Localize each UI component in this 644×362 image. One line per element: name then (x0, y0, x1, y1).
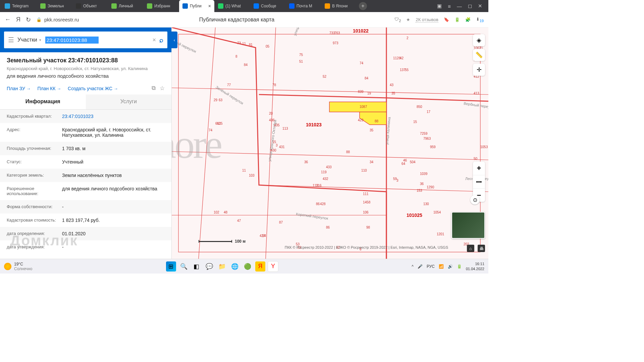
shield-icon[interactable]: 🛡2 (394, 17, 401, 23)
svg-text:101025: 101025 (407, 213, 422, 218)
zoom-in-button[interactable]: + (473, 162, 485, 175)
extensions-icon[interactable]: 🧩 (465, 17, 471, 22)
highlighted-parcel[interactable] (329, 102, 386, 112)
map-area[interactable]: 88 101022 101023 101025 улица Красного О… (172, 27, 488, 259)
maximize-icon[interactable]: ◻ (468, 3, 472, 9)
tab-services[interactable]: Услуги (86, 95, 172, 109)
info-table: Кадастровый квартал:23:47:0101023Адрес:К… (0, 110, 171, 259)
svg-text:413: 413 (474, 92, 479, 95)
clock[interactable]: 16:11 01.04.2022 (466, 261, 484, 271)
tab-personal[interactable]: Личный (108, 0, 143, 12)
locate-button[interactable]: ✛ (473, 64, 485, 76)
lang-indicator[interactable]: РУС (427, 264, 435, 269)
explorer-icon[interactable]: 📁 (217, 261, 227, 272)
page-title: Публичная кадастровая карта (84, 17, 389, 23)
chrome-icon[interactable]: 🟢 (243, 261, 253, 272)
yandex-icon[interactable]: Я (16, 16, 20, 23)
info-label: Категория земель: (7, 173, 62, 178)
info-label: дата определения: (7, 231, 62, 236)
svg-text:116: 116 (316, 184, 322, 187)
svg-text:75: 75 (299, 53, 303, 57)
start-button[interactable]: ⊞ (166, 261, 176, 272)
svg-text:88: 88 (346, 150, 350, 154)
bookmark-icon[interactable]: 🔖 (444, 17, 449, 22)
svg-text:98: 98 (366, 226, 370, 229)
yandex-browser-icon[interactable]: Y (268, 261, 278, 272)
plan-kk-link[interactable]: План КК (37, 86, 61, 91)
svg-text:20: 20 (269, 112, 273, 115)
zoom-reset-button[interactable]: ••• (473, 175, 485, 188)
ruler-button[interactable]: 📏 (473, 49, 485, 61)
info-value: Учтенный (62, 159, 165, 165)
info-value[interactable]: 23:47:0101023 (62, 114, 165, 119)
copy-icon[interactable]: ⧉ (152, 85, 156, 92)
hamburger-icon[interactable]: ☰ (8, 36, 14, 44)
layers-button[interactable]: ◈ (473, 34, 485, 46)
collapse-panel-button[interactable]: ‹ (171, 32, 177, 48)
tab-mail[interactable]: Почта М (286, 0, 321, 12)
reviews-link[interactable]: 2К отзывов (416, 17, 438, 22)
tab-whatsapp[interactable]: (1) What (215, 0, 250, 12)
close-icon[interactable]: × (208, 3, 211, 9)
svg-text:102: 102 (214, 210, 219, 214)
svg-text:101023: 101023 (306, 122, 322, 127)
clear-icon[interactable]: × (152, 37, 156, 44)
info-value: Земли населённых пунктов (62, 173, 165, 178)
svg-text:Короткий переулок: Короткий переулок (296, 212, 329, 220)
volume-icon[interactable]: 🔊 (448, 264, 453, 269)
edge-icon[interactable]: 🌐 (230, 261, 240, 272)
favorite-icon[interactable]: ☆ (160, 85, 165, 92)
svg-text:850: 850 (417, 105, 422, 109)
tab-telegram[interactable]: Telegram (1, 0, 37, 12)
print-map-icon[interactable]: 🖶 (478, 245, 485, 252)
site-icon (40, 3, 46, 9)
url-box[interactable]: 🔒 pkk.rosreestr.ru (36, 17, 79, 22)
yandex-red-icon[interactable]: Я (255, 261, 265, 272)
plan-zu-link[interactable]: План ЗУ (7, 86, 31, 91)
battery-tray-icon[interactable]: 🔋 (457, 264, 462, 269)
wifi-icon[interactable]: 📶 (439, 264, 444, 269)
menu-icon[interactable]: ≡ (448, 3, 451, 9)
compass-icon[interactable]: ⊙ (470, 195, 480, 204)
create-zhs-link[interactable]: Создать участок ЖС (68, 86, 118, 91)
chat-icon[interactable]: 💬 (204, 261, 214, 272)
downloads-icon[interactable]: ⬇19 (476, 17, 484, 23)
svg-text:433: 433 (326, 165, 332, 169)
svg-text:77: 77 (227, 83, 231, 87)
tab-object[interactable]: Объект (72, 0, 108, 12)
search-type-dropdown[interactable]: Участки (17, 37, 37, 43)
close-window-icon[interactable]: ✕ (478, 3, 482, 9)
svg-text:435: 435 (274, 123, 280, 127)
back-icon[interactable]: ← (5, 16, 11, 23)
svg-text:17: 17 (427, 110, 431, 114)
svg-text:29: 29 (214, 98, 218, 102)
svg-text:42: 42 (400, 56, 404, 60)
new-tab-button[interactable]: + (359, 2, 367, 10)
search-taskbar-icon[interactable]: 🔍 (179, 261, 189, 272)
site-icon (147, 3, 152, 9)
tab-pkk-active[interactable]: Публи× (179, 0, 214, 12)
info-tabs: Информация Услуги (0, 95, 171, 110)
home-map-icon[interactable]: ⌂ (467, 245, 474, 252)
chevron-down-icon[interactable]: ▾ (39, 38, 41, 42)
weather-widget[interactable]: 19°C Солнечно (4, 262, 33, 271)
search-input[interactable]: 23:47:0101023:88 (45, 37, 99, 44)
tab-japan[interactable]: В Япони (321, 0, 357, 12)
map-attribution: ПКК © Росреестр 2010-2022 | ЕЭКО © Росре… (285, 245, 448, 249)
reload-icon[interactable]: ↻ (26, 16, 31, 23)
minimize-icon[interactable]: — (457, 3, 462, 9)
svg-text:47: 47 (237, 219, 241, 223)
taskview-icon[interactable]: ◧ (192, 261, 202, 272)
tab-land[interactable]: Земельн (37, 0, 72, 12)
minimap[interactable]: ⊙ (451, 212, 485, 239)
mic-icon[interactable]: 🎤 (418, 264, 423, 269)
search-icon[interactable]: ⌕ (159, 36, 163, 44)
tray-chevron-icon[interactable]: ^ (412, 264, 414, 269)
sidebar-toggle-icon[interactable]: ▣ (437, 3, 442, 9)
svg-line-1 (199, 27, 215, 259)
object-address-sub: Краснодарский край, г. Новороссийск, ст.… (7, 66, 165, 71)
svg-text:1053: 1053 (480, 145, 488, 149)
tab-info[interactable]: Информация (0, 95, 86, 109)
tab-vk[interactable]: Сообще (250, 0, 285, 12)
tab-favorites[interactable]: Избранн (144, 0, 179, 12)
